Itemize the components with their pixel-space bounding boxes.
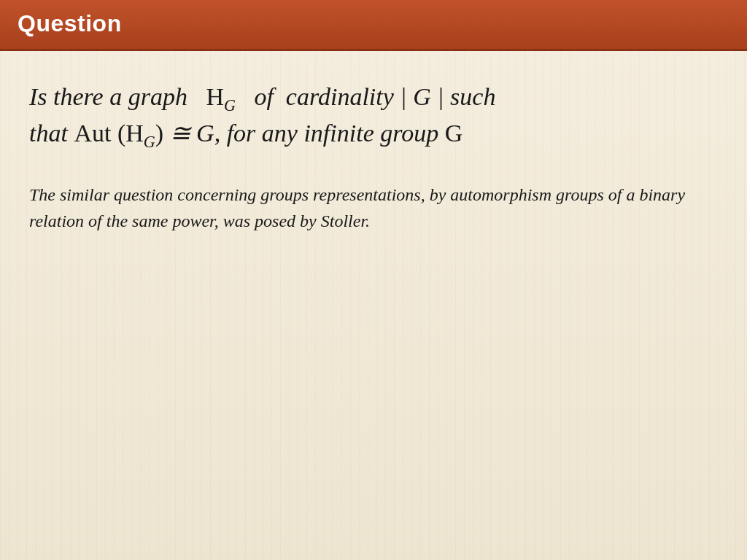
question-text: Is there a graph HG of cardinality | G |… xyxy=(29,83,495,147)
main-question: Is there a graph HG of cardinality | G |… xyxy=(29,80,718,152)
header-title: Question xyxy=(18,10,122,36)
hg-symbol: HG xyxy=(206,83,236,110)
slide: Question Is there a graph HG of cardinal… xyxy=(0,0,747,560)
slide-header: Question xyxy=(0,0,747,51)
slide-content: Is there a graph HG of cardinality | G |… xyxy=(0,51,747,560)
secondary-content: The similar question concerning groups r… xyxy=(29,185,685,230)
secondary-text: The similar question concerning groups r… xyxy=(29,182,718,234)
